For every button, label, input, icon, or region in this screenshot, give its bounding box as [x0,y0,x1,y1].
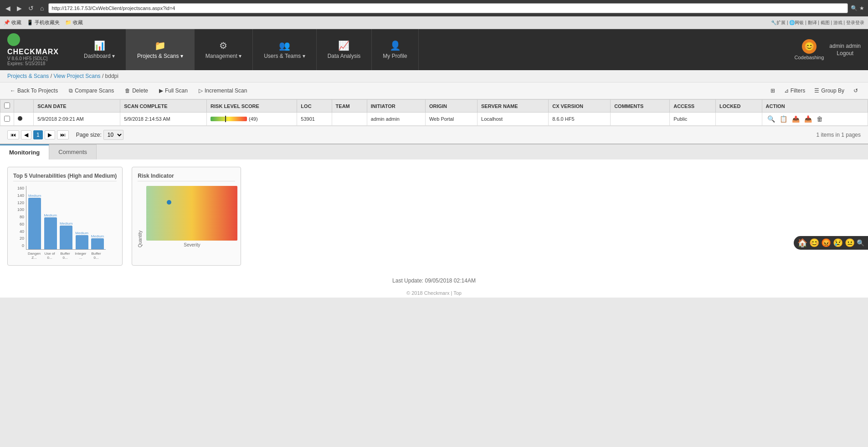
back-arrow-icon: ← [10,87,15,94]
breadcrumb-projects[interactable]: Projects & Scans [7,73,49,79]
prev-page-btn[interactable]: ◀ [21,130,31,139]
emoji-search-icon[interactable]: 🔍 [857,239,864,247]
breadcrumb-sep2: / [102,73,105,79]
forward-btn[interactable]: ▶ [15,4,24,13]
emoji-happy[interactable]: 😊 [809,238,819,248]
back-btn[interactable]: ◀ [4,4,12,13]
back-to-projects-label: Back To Projects [17,87,58,94]
scans-table: SCAN DATE SCAN COMPLETE RISK LEVEL SCORE… [0,99,868,126]
refresh-table-btn[interactable]: ↺ [851,86,861,95]
bookmark-item3[interactable]: 📁 收藏 [65,19,83,26]
bar-group-1: Medium [28,194,41,249]
header-checkbox[interactable] [0,100,14,113]
risk-chart-title: Risk Indicator [138,173,235,181]
header-locked[interactable]: LOCKED [715,100,762,113]
row-locked [715,113,762,126]
back-to-projects-btn[interactable]: ← Back To Projects [7,86,61,95]
row-comments [611,113,670,126]
home-btn[interactable]: ⌂ [38,4,46,13]
view-results-btn[interactable]: 🔍 [766,115,776,123]
bookmark-item[interactable]: 📌 收藏 [4,19,21,26]
columns-btn[interactable]: ⊞ [768,86,778,95]
header-comments[interactable]: COMMENTS [611,100,670,113]
refresh-btn[interactable]: ↺ [26,4,36,13]
next-page-btn[interactable]: ▶ [45,130,55,139]
emoji-angry[interactable]: 😡 [821,238,831,248]
full-scan-btn[interactable]: ▶ Full Scan [156,86,190,95]
compare-scans-btn[interactable]: ⧉ Compare Scans [66,86,117,95]
header-origin[interactable]: ORIGIN [425,100,477,113]
select-all-checkbox[interactable] [4,103,10,108]
bookmark-item2[interactable]: 📱 手机收藏夹 [27,19,60,26]
incremental-scan-btn[interactable]: ▷ Incremental Scan [196,86,250,95]
header-loc[interactable]: LOC [297,100,332,113]
bookmark-toolbar: 📌 收藏 📱 手机收藏夹 📁 收藏 🔧扩展 | 🌐网银 | 翻译 | 截图 | … [0,16,868,29]
header-cx-version[interactable]: CX VERSION [549,100,611,113]
delete-btn[interactable]: 🗑 Delete [122,86,151,95]
x-axis-labels: Dangero Z... Use of 0... Buffer 0... Int… [26,250,106,260]
nav-item-dashboard[interactable]: 📊 Dashboard ▾ [73,29,126,70]
last-page-btn[interactable]: ⏭ [57,130,69,139]
nav-item-data-analysis[interactable]: 📈 Data Analysis [317,29,372,70]
bar-group-2: Medium [44,213,56,249]
row-checkbox[interactable] [4,116,10,122]
delete-scan-btn[interactable]: 🗑 [815,115,824,123]
header-risk-level[interactable]: RISK LEVEL SCORE [207,100,297,113]
emoji-sad[interactable]: 😢 [833,238,843,248]
nav-item-management[interactable]: ⚙ Management ▾ [195,29,253,70]
import-btn[interactable]: 📥 [803,115,813,123]
export-btn[interactable]: 📤 [791,115,801,123]
row-scan-date: 5/9/2018 2:09:21 AM [34,113,120,126]
first-page-btn[interactable]: ⏮ [7,130,19,139]
browser-bar: ◀ ▶ ↺ ⌂ http://172.16.7.53/CxWebClient/p… [0,0,868,16]
codebashing-btn[interactable]: 😊 Codebashing [794,39,824,60]
search-icon[interactable]: 🔍 [851,5,858,11]
scan-info-btn[interactable]: 📋 [778,115,789,123]
logo-icon [7,33,20,46]
nav-item-users[interactable]: 👥 Users & Teams ▾ [253,29,316,70]
codebashing-avatar: 😊 [802,39,817,54]
page-1-btn[interactable]: 1 [33,130,43,139]
risk-heatmap [146,186,237,241]
header-initiator[interactable]: INITIATOR [367,100,425,113]
url-bar[interactable]: http://172.16.7.53/CxWebClient/projectsc… [48,3,848,13]
compare-icon: ⧉ [69,87,73,94]
header-server-name[interactable]: SERVER NAME [478,100,549,113]
full-scan-icon: ▶ [159,87,163,94]
breadcrumb-view-scans[interactable]: View Project Scans [53,73,100,79]
header-scan-date[interactable]: SCAN DATE [34,100,120,113]
bars-container: Medium Medium Medium Mediu [26,186,106,250]
header-scan-complete[interactable]: SCAN COMPLETE [120,100,207,113]
emoji-neutral[interactable]: 😐 [845,238,855,248]
filters-btn[interactable]: ⊿ Filters [781,86,808,95]
action-toolbar: ← Back To Projects ⧉ Compare Scans 🗑 Del… [0,82,868,99]
header-access[interactable]: ACCESS [670,100,716,113]
nav-label-data-analysis: Data Analysis [328,53,361,59]
vuln-chart-box: Top 5 Vulnerabilities (High and Medium) … [7,167,123,266]
header-team[interactable]: TEAM [332,100,367,113]
data-analysis-icon: 📈 [338,40,349,51]
management-icon: ⚙ [219,40,227,51]
risk-bar-container: (49) [211,116,293,122]
nav-item-profile[interactable]: 👤 My Profile [372,29,418,70]
risk-dot [167,200,171,205]
y-20: 20 [13,236,24,241]
bar4 [76,235,88,249]
risk-chart-box: Risk Indicator Quantity Severity [132,167,241,266]
risk-chart-wrapper: Quantity Severity [138,186,235,247]
row-checkbox-cell[interactable] [0,113,14,126]
nav-item-projects[interactable]: 📁 Projects & Scans ▾ [126,29,195,70]
breadcrumb-current: bddpi [105,73,118,79]
footer-update: Last Update: 09/05/2018 02:14AM [0,273,868,288]
page-size-select[interactable]: 10 20 50 [103,130,123,140]
emoji-home[interactable]: 🏠 [797,238,807,248]
bookmark-icon[interactable]: ★ [859,5,864,11]
nav-label-dashboard: Dashboard ▾ [84,53,115,59]
tab-monitoring[interactable]: Monitoring [0,144,49,159]
x-label-4: Integer ... [74,252,87,260]
logout-btn[interactable]: admin admin Logout [829,43,861,57]
tab-comments[interactable]: Comments [49,144,97,159]
page-size-label: Page size: [76,132,102,138]
y-80: 80 [13,215,24,219]
group-by-btn[interactable]: ☰ Group By [812,86,847,95]
